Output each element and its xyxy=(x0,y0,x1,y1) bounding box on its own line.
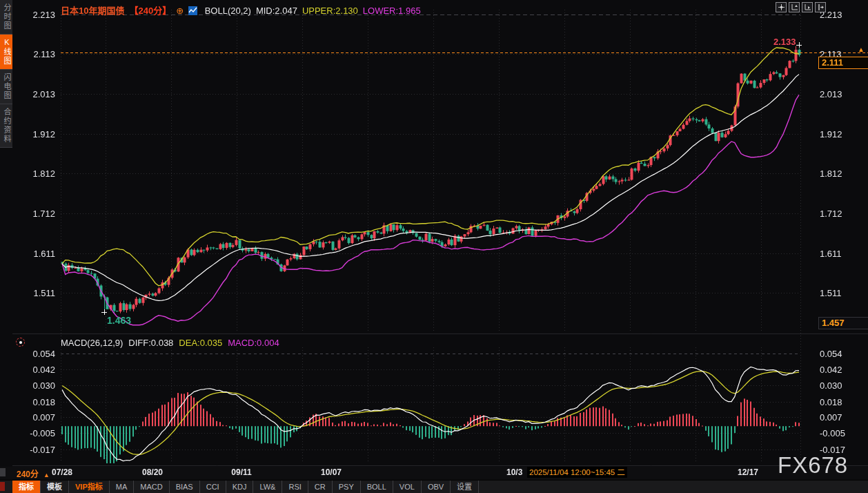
macd-dea-value: DEA:0.035 xyxy=(179,338,222,348)
corner-marker xyxy=(0,482,5,491)
x-axis-label: 10/07 xyxy=(321,467,342,477)
range-low-marker: 1.463 xyxy=(107,315,131,326)
toolbar-item-vol[interactable]: VOL xyxy=(393,481,422,493)
right-axis-tick: 0.030 xyxy=(820,380,842,391)
period-tag: 【240分】 xyxy=(129,6,171,16)
toolbar-item-psy[interactable]: PSY xyxy=(333,481,361,493)
sidebar-tab-time-chart[interactable]: 分时图 xyxy=(0,0,12,35)
chart-canvas[interactable] xyxy=(0,0,868,493)
toolbar-item-bias[interactable]: BIAS xyxy=(170,481,200,493)
chart-type-sidebar: 分时图 K线图 闪电图 合约资料 xyxy=(0,0,12,467)
scroll-to-latest-icon[interactable]: ▲ xyxy=(858,46,865,53)
toolbar-item-vip指标[interactable]: VIP指标 xyxy=(69,481,110,493)
right-axis-tick: 1.712 xyxy=(820,209,842,219)
toolbar-item-boll[interactable]: BOLL xyxy=(361,481,393,493)
candle-time-tooltip: 2025/11/04 12:00~15:45 二 xyxy=(527,467,627,478)
right-axis-tick: 0.007 xyxy=(820,412,842,423)
toolbar-item-cci[interactable]: CCI xyxy=(200,481,226,493)
toolbar-item-指标[interactable]: 指标 xyxy=(12,481,41,493)
toolbar-item-lw&[interactable]: LW& xyxy=(253,481,282,493)
pan-right-icon[interactable] xyxy=(815,2,826,12)
period-arrow-icon: ▲ xyxy=(43,472,50,478)
right-axis-tick: 1.611 xyxy=(820,249,842,259)
range-low-box: 1.457 xyxy=(818,317,868,329)
instrument-name: 日本10年期国债 xyxy=(61,6,124,16)
boll-lower-value: LOWER:1.965 xyxy=(363,6,421,16)
x-axis-label: 08/20 xyxy=(142,467,163,477)
crosshair-icon[interactable] xyxy=(776,2,787,12)
chart-window: 分时图 K线图 闪电图 合约资料 日本10年期国债【240分】⊕ BOLL(20… xyxy=(0,0,868,493)
right-axis-tick: 1.511 xyxy=(820,288,842,298)
x-axis-strip: 240分▲ 07/2808/2009/1110/0710/312/17 2025… xyxy=(0,467,868,479)
right-axis-tick: 1.912 xyxy=(820,129,842,139)
scroll-left-handle[interactable] xyxy=(0,468,6,476)
sidebar-tab-kline-chart[interactable]: K线图 xyxy=(0,35,12,70)
toolbar-item-kdj[interactable]: KDJ xyxy=(226,481,254,493)
axis-zoom-out-icon[interactable] xyxy=(802,2,813,12)
indicator-toolbar: 指标模板VIP指标MAMACDBIASCCIKDJLW&RSICRPSYBOLL… xyxy=(0,480,868,493)
boll-mid-value: MID:2.047 xyxy=(256,6,297,16)
right-axis-tick: 1.812 xyxy=(820,168,842,179)
toolbar-item-rsi[interactable]: RSI xyxy=(282,481,308,493)
window-tool-icons xyxy=(776,2,826,12)
last-price-box: 2.111 xyxy=(818,57,868,69)
right-axis-tick: -0.005 xyxy=(820,428,845,438)
macd-diff-value: DIFF:0.038 xyxy=(128,338,173,348)
link-icon[interactable]: ⊕ xyxy=(176,6,184,16)
toolbar-item-模板[interactable]: 模板 xyxy=(41,481,69,493)
right-axis-tick: 0.042 xyxy=(820,365,842,375)
right-axis-tick: 0.054 xyxy=(820,349,842,359)
boll-upper-value: UPPER:2.130 xyxy=(302,6,358,16)
right-axis-tick: 0.018 xyxy=(820,397,842,407)
macd-header: MACD(26,12,9)DIFF:0.038DEA:0.035MACD:0.0… xyxy=(61,338,285,348)
x-axis-label: 12/17 xyxy=(738,467,758,477)
boll-label: BOLL(20,2) xyxy=(205,6,251,16)
macd-title: MACD(26,12,9) xyxy=(61,338,123,348)
period-selector[interactable]: 240分▲ xyxy=(17,467,50,479)
chart-header: 日本10年期国债【240分】⊕ BOLL(20,2)MID:2.047UPPER… xyxy=(61,3,426,14)
toolbar-item-设置[interactable]: 设置 xyxy=(451,481,479,493)
right-axis-tick: 2.013 xyxy=(820,89,842,99)
toolbar-item-cr[interactable]: CR xyxy=(308,481,333,493)
macd-macd-value: MACD:0.004 xyxy=(228,338,279,348)
watermark: FX678 xyxy=(778,452,848,478)
indicator-dot-icon[interactable] xyxy=(16,338,25,347)
x-axis-label: 10/3 xyxy=(506,467,522,477)
toolbar-item-ma[interactable]: MA xyxy=(110,481,135,493)
sidebar-tab-contract-info[interactable]: 合约资料 xyxy=(0,104,12,148)
x-axis-label: 07/28 xyxy=(52,467,72,477)
sidebar-tab-flash-chart[interactable]: 闪电图 xyxy=(0,70,12,104)
axis-zoom-in-icon[interactable] xyxy=(789,2,800,12)
range-high-marker: 2.133 xyxy=(773,37,796,47)
x-axis-label: 09/11 xyxy=(231,467,251,477)
toolbar-item-macd[interactable]: MACD xyxy=(134,481,169,493)
toolbar-item-obv[interactable]: OBV xyxy=(422,481,451,493)
mini-chart-icon[interactable] xyxy=(188,6,197,17)
